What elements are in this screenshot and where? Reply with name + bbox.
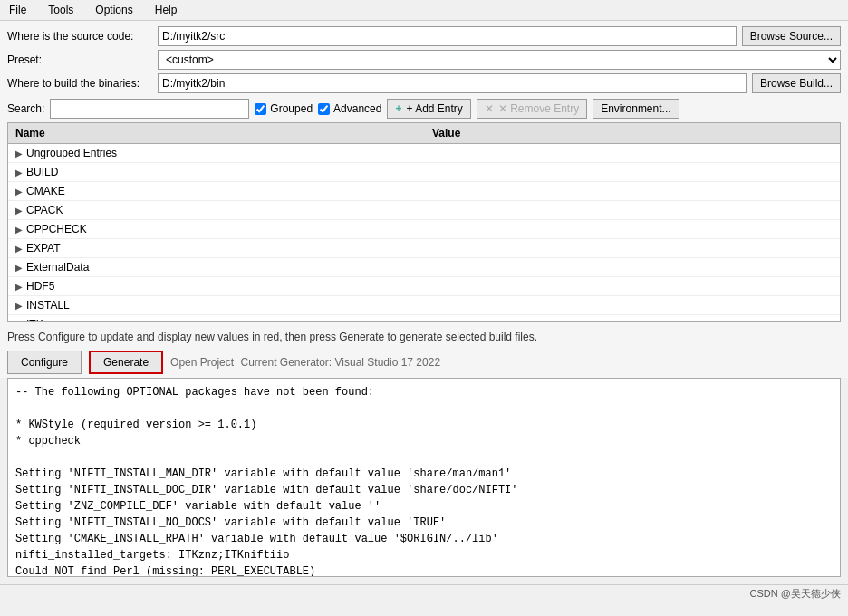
log-line: [15, 449, 833, 466]
log-body: -- The following OPTIONAL packages have …: [15, 384, 833, 577]
search-label: Search:: [7, 102, 44, 115]
bottom-bar: CSDN @吴天德少侠: [0, 584, 848, 602]
row-chevron: ▶: [15, 263, 23, 273]
menu-file[interactable]: File: [4, 2, 32, 18]
advanced-checkbox[interactable]: [318, 103, 330, 115]
table-header: Name Value: [8, 123, 840, 144]
row-chevron: ▶: [15, 149, 23, 159]
row-name: BUILD: [26, 166, 436, 178]
log-line: [15, 400, 833, 417]
grouped-checkbox[interactable]: [255, 103, 266, 115]
row-name: ExternalData: [26, 261, 436, 274]
preset-select[interactable]: <custom>: [158, 50, 841, 70]
preset-row: Preset: <custom>: [7, 50, 841, 70]
source-row: Where is the source code: Browse Source.…: [7, 26, 841, 46]
search-input[interactable]: [50, 99, 249, 119]
advanced-checkbox-group: Advanced: [318, 102, 381, 115]
table-row[interactable]: ▶ ExternalData: [8, 258, 840, 277]
log-line: -- The following OPTIONAL packages have …: [15, 384, 833, 400]
advanced-label[interactable]: Advanced: [333, 102, 381, 115]
row-chevron: ▶: [15, 244, 23, 254]
menu-tools[interactable]: Tools: [43, 2, 79, 18]
configure-button[interactable]: Configure: [7, 351, 82, 374]
table-row[interactable]: ▶ BUILD: [8, 163, 840, 182]
build-input[interactable]: [158, 73, 747, 93]
row-chevron: ▶: [15, 168, 23, 178]
browse-source-button[interactable]: Browse Source...: [742, 26, 841, 46]
add-entry-label: + Add Entry: [406, 102, 462, 115]
row-name: EXPAT: [26, 242, 436, 255]
hint-text: Press Configure to update and display ne…: [0, 327, 848, 347]
row-chevron: ▶: [15, 301, 23, 311]
row-name: HDF5: [26, 280, 436, 293]
open-project-text[interactable]: Open Project: [170, 356, 234, 369]
log-line: * cppcheck: [15, 433, 833, 449]
table-body: ▶ Ungrouped Entries ▶ BUILD ▶ CMAKE ▶ CP…: [8, 144, 840, 322]
preset-label: Preset:: [7, 53, 152, 66]
row-name: Ungrouped Entries: [26, 147, 436, 159]
credit-text: CSDN @吴天德少侠: [750, 587, 841, 601]
remove-entry-label: ✕ Remove Entry: [498, 102, 579, 115]
row-chevron: ▶: [15, 320, 23, 322]
log-line: Setting 'NIFTI_INSTALL_MAN_DIR' variable…: [15, 466, 833, 482]
col-value-header: Value: [432, 127, 833, 140]
row-chevron: ▶: [15, 282, 23, 292]
menu-options[interactable]: Options: [90, 2, 138, 18]
table-row[interactable]: ▶ EXPAT: [8, 239, 840, 258]
menu-help[interactable]: Help: [149, 2, 183, 18]
log-line: Setting 'NIFTI_INSTALL_NO_DOCS' variable…: [15, 515, 833, 531]
open-project-label: Open Project Current Generator: Visual S…: [170, 356, 841, 369]
table-row[interactable]: ▶ CPPCHECK: [8, 220, 840, 239]
add-entry-icon: +: [395, 102, 401, 115]
environment-button[interactable]: Environment...: [593, 99, 679, 119]
log-line: Setting 'CMAKE_INSTALL_RPATH' variable w…: [15, 531, 833, 547]
main-container: Where is the source code: Browse Source.…: [0, 21, 848, 327]
row-chevron: ▶: [15, 225, 23, 235]
row-chevron: ▶: [15, 206, 23, 216]
row-name: CPPCHECK: [26, 223, 436, 236]
build-label: Where to build the binaries:: [7, 77, 152, 90]
menu-bar: File Tools Options Help: [0, 0, 848, 21]
log-line: Setting 'NIFTI_INSTALL_DOC_DIR' variable…: [15, 482, 833, 498]
table-row[interactable]: ▶ HDF5: [8, 277, 840, 296]
col-name-header: Name: [15, 127, 432, 140]
toolbar-row: Search: Grouped Advanced + + Add Entry ✕…: [7, 99, 841, 119]
table-row[interactable]: ▶ INSTALL: [8, 296, 840, 315]
generate-button[interactable]: Generate: [89, 351, 163, 374]
log-container[interactable]: -- The following OPTIONAL packages have …: [7, 378, 841, 577]
build-row: Where to build the binaries: Browse Buil…: [7, 73, 841, 93]
table-row[interactable]: ▶ CPACK: [8, 201, 840, 220]
remove-entry-icon: ✕: [485, 102, 494, 115]
table-row[interactable]: ▶ CMAKE: [8, 182, 840, 201]
action-row: Configure Generate Open Project Current …: [0, 347, 848, 378]
log-line: Could NOT find Perl (missing: PERL_EXECU…: [15, 563, 833, 577]
log-line: nifti_installed_targets: ITKznz;ITKnifti…: [15, 547, 833, 563]
row-name: INSTALL: [26, 299, 436, 312]
add-entry-button[interactable]: + + Add Entry: [387, 99, 470, 119]
grouped-checkbox-group: Grouped: [255, 102, 313, 115]
row-name: ITK: [26, 318, 436, 322]
browse-build-button[interactable]: Browse Build...: [752, 73, 841, 93]
table-row[interactable]: ▶ Ungrouped Entries: [8, 144, 840, 163]
grouped-label[interactable]: Grouped: [270, 102, 313, 115]
log-line: * KWStyle (required version >= 1.0.1): [15, 417, 833, 433]
row-name: CPACK: [26, 204, 436, 217]
row-chevron: ▶: [15, 187, 23, 197]
log-line: Setting 'ZNZ_COMPILE_DEF' variable with …: [15, 498, 833, 515]
source-label: Where is the source code:: [7, 30, 152, 43]
generator-status: Current Generator: Visual Studio 17 2022: [240, 356, 440, 369]
table-row[interactable]: ▶ ITK: [8, 315, 840, 322]
remove-entry-button[interactable]: ✕ ✕ Remove Entry: [477, 99, 587, 119]
row-name: CMAKE: [26, 185, 436, 197]
entries-table[interactable]: Name Value ▶ Ungrouped Entries ▶ BUILD ▶…: [7, 122, 841, 322]
source-input[interactable]: [158, 26, 737, 46]
